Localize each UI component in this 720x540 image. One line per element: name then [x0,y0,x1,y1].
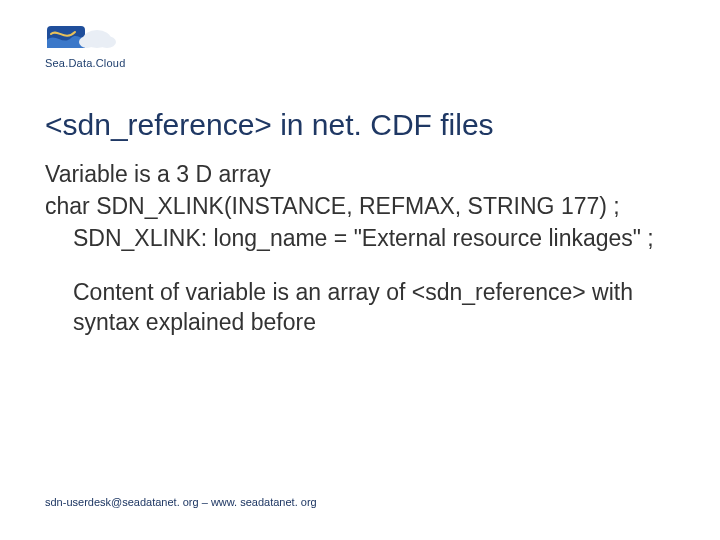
spacer [45,256,675,278]
seadatacloud-logo-icon [45,22,155,56]
body-line-3: SDN_XLINK: long_name = "External resourc… [45,224,675,254]
brand-logo: Sea.Data.Cloud [45,22,155,69]
slide: Sea.Data.Cloud <sdn_reference> in net. C… [0,0,720,540]
svg-point-2 [79,36,95,48]
slide-body: Variable is a 3 D array char SDN_XLINK(I… [45,160,675,339]
slide-footer: sdn-userdesk@seadatanet. org – www. sead… [45,496,317,508]
brand-name: Sea.Data.Cloud [45,57,155,69]
svg-point-3 [98,36,116,48]
slide-title: <sdn_reference> in net. CDF files [45,108,675,142]
body-line-4: Content of variable is an array of <sdn_… [45,278,675,338]
body-line-2: char SDN_XLINK(INSTANCE, REFMAX, STRING … [45,192,675,222]
body-line-1: Variable is a 3 D array [45,160,675,190]
